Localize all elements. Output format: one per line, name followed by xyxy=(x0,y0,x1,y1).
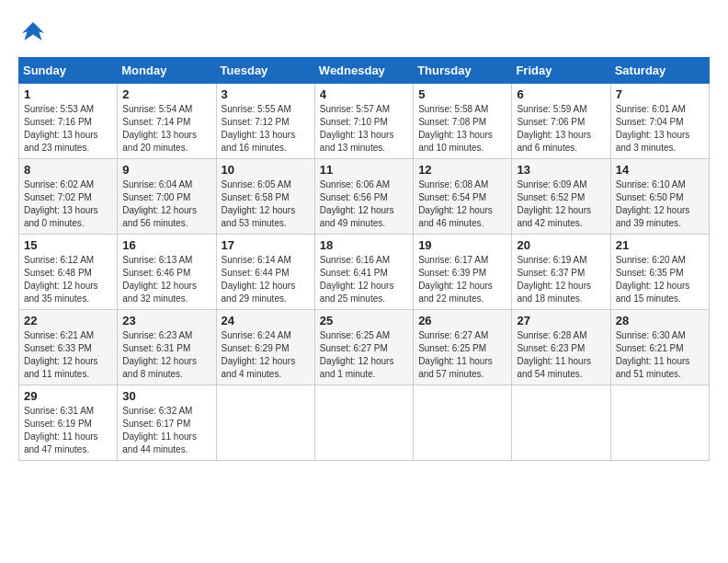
day-info-18: Sunrise: 6:16 AMSunset: 6:41 PMDaylight:… xyxy=(320,255,394,304)
day-info-12: Sunrise: 6:08 AMSunset: 6:54 PMDaylight:… xyxy=(418,179,493,228)
calendar-cell: 24Sunrise: 6:24 AMSunset: 6:29 PMDayligh… xyxy=(216,310,314,385)
calendar-cell: 3Sunrise: 5:55 AMSunset: 7:12 PMDaylight… xyxy=(216,84,314,159)
weekday-header-friday: Friday xyxy=(512,58,610,84)
calendar-cell: 1Sunrise: 5:53 AMSunset: 7:16 PMDaylight… xyxy=(19,84,118,159)
day-info-25: Sunrise: 6:25 AMSunset: 6:27 PMDaylight:… xyxy=(320,330,394,379)
day-info-1: Sunrise: 5:53 AMSunset: 7:16 PMDaylight:… xyxy=(24,104,98,153)
calendar-cell: 16Sunrise: 6:13 AMSunset: 6:46 PMDayligh… xyxy=(118,235,216,310)
calendar-cell: 15Sunrise: 6:12 AMSunset: 6:48 PMDayligh… xyxy=(19,235,118,310)
logo xyxy=(18,18,51,48)
calendar-cell: 25Sunrise: 6:25 AMSunset: 6:27 PMDayligh… xyxy=(314,310,413,385)
day-info-9: Sunrise: 6:04 AMSunset: 7:00 PMDaylight:… xyxy=(122,179,197,228)
day-number-9: 9 xyxy=(122,163,210,177)
calendar-cell: 18Sunrise: 6:16 AMSunset: 6:41 PMDayligh… xyxy=(314,235,413,310)
calendar-cell: 26Sunrise: 6:27 AMSunset: 6:25 PMDayligh… xyxy=(414,310,512,385)
calendar-cell: 12Sunrise: 6:08 AMSunset: 6:54 PMDayligh… xyxy=(414,159,512,235)
day-info-13: Sunrise: 6:09 AMSunset: 6:52 PMDaylight:… xyxy=(517,179,591,228)
calendar-cell: 17Sunrise: 6:14 AMSunset: 6:44 PMDayligh… xyxy=(216,235,314,310)
weekday-header-monday: Monday xyxy=(118,58,216,84)
day-info-20: Sunrise: 6:19 AMSunset: 6:37 PMDaylight:… xyxy=(517,255,591,304)
logo-bird-icon xyxy=(18,18,48,48)
day-number-22: 22 xyxy=(24,314,112,327)
weekday-header-thursday: Thursday xyxy=(414,58,512,84)
day-number-3: 3 xyxy=(222,87,310,101)
calendar-cell: 30Sunrise: 6:32 AMSunset: 6:17 PMDayligh… xyxy=(118,385,216,461)
day-number-12: 12 xyxy=(418,163,506,177)
day-info-3: Sunrise: 5:55 AMSunset: 7:12 PMDaylight:… xyxy=(222,104,296,153)
day-info-15: Sunrise: 6:12 AMSunset: 6:48 PMDaylight:… xyxy=(24,255,98,304)
weekday-header-sunday: Sunday xyxy=(19,58,118,84)
day-info-16: Sunrise: 6:13 AMSunset: 6:46 PMDaylight:… xyxy=(122,255,197,304)
day-number-7: 7 xyxy=(616,87,704,101)
calendar-cell: 29Sunrise: 6:31 AMSunset: 6:19 PMDayligh… xyxy=(19,385,118,461)
calendar-cell xyxy=(512,385,610,461)
day-number-30: 30 xyxy=(122,389,210,403)
day-number-26: 26 xyxy=(418,314,506,327)
day-number-28: 28 xyxy=(616,314,704,327)
calendar-cell: 2Sunrise: 5:54 AMSunset: 7:14 PMDaylight… xyxy=(118,84,216,159)
calendar-cell: 8Sunrise: 6:02 AMSunset: 7:02 PMDaylight… xyxy=(19,159,118,235)
day-number-16: 16 xyxy=(122,238,210,252)
day-number-8: 8 xyxy=(24,163,112,177)
calendar-cell: 23Sunrise: 6:23 AMSunset: 6:31 PMDayligh… xyxy=(118,310,216,385)
day-info-17: Sunrise: 6:14 AMSunset: 6:44 PMDaylight:… xyxy=(222,255,296,304)
day-number-10: 10 xyxy=(222,163,310,177)
calendar-table: SundayMondayTuesdayWednesdayThursdayFrid… xyxy=(18,57,710,461)
svg-marker-0 xyxy=(22,22,44,40)
calendar-cell: 22Sunrise: 6:21 AMSunset: 6:33 PMDayligh… xyxy=(19,310,118,385)
day-number-21: 21 xyxy=(616,238,704,252)
calendar-cell: 6Sunrise: 5:59 AMSunset: 7:06 PMDaylight… xyxy=(512,84,610,159)
day-number-27: 27 xyxy=(517,314,605,327)
calendar-cell: 19Sunrise: 6:17 AMSunset: 6:39 PMDayligh… xyxy=(414,235,512,310)
weekday-header-tuesday: Tuesday xyxy=(216,58,314,84)
calendar-cell: 9Sunrise: 6:04 AMSunset: 7:00 PMDaylight… xyxy=(118,159,216,235)
day-info-30: Sunrise: 6:32 AMSunset: 6:17 PMDaylight:… xyxy=(122,406,197,454)
day-info-2: Sunrise: 5:54 AMSunset: 7:14 PMDaylight:… xyxy=(122,104,197,153)
day-number-6: 6 xyxy=(517,87,605,101)
day-number-1: 1 xyxy=(24,87,112,101)
day-info-29: Sunrise: 6:31 AMSunset: 6:19 PMDaylight:… xyxy=(24,406,98,454)
day-number-29: 29 xyxy=(24,389,112,403)
day-info-8: Sunrise: 6:02 AMSunset: 7:02 PMDaylight:… xyxy=(24,179,98,228)
day-number-14: 14 xyxy=(616,163,704,177)
day-info-27: Sunrise: 6:28 AMSunset: 6:23 PMDaylight:… xyxy=(517,330,591,379)
day-info-14: Sunrise: 6:10 AMSunset: 6:50 PMDaylight:… xyxy=(616,179,690,228)
day-number-23: 23 xyxy=(122,314,210,327)
calendar-cell: 10Sunrise: 6:05 AMSunset: 6:58 PMDayligh… xyxy=(216,159,314,235)
calendar-cell: 20Sunrise: 6:19 AMSunset: 6:37 PMDayligh… xyxy=(512,235,610,310)
calendar-cell: 4Sunrise: 5:57 AMSunset: 7:10 PMDaylight… xyxy=(314,84,413,159)
day-info-28: Sunrise: 6:30 AMSunset: 6:21 PMDaylight:… xyxy=(616,330,690,379)
day-info-6: Sunrise: 5:59 AMSunset: 7:06 PMDaylight:… xyxy=(517,104,591,153)
day-info-5: Sunrise: 5:58 AMSunset: 7:08 PMDaylight:… xyxy=(418,104,493,153)
day-info-26: Sunrise: 6:27 AMSunset: 6:25 PMDaylight:… xyxy=(418,330,493,379)
day-number-4: 4 xyxy=(320,87,408,101)
day-number-17: 17 xyxy=(222,238,310,252)
calendar-cell: 5Sunrise: 5:58 AMSunset: 7:08 PMDaylight… xyxy=(414,84,512,159)
day-number-11: 11 xyxy=(320,163,408,177)
day-info-11: Sunrise: 6:06 AMSunset: 6:56 PMDaylight:… xyxy=(320,179,394,228)
calendar-cell: 14Sunrise: 6:10 AMSunset: 6:50 PMDayligh… xyxy=(610,159,709,235)
day-info-22: Sunrise: 6:21 AMSunset: 6:33 PMDaylight:… xyxy=(24,330,98,379)
day-number-18: 18 xyxy=(320,238,408,252)
calendar-cell xyxy=(414,385,512,461)
day-info-4: Sunrise: 5:57 AMSunset: 7:10 PMDaylight:… xyxy=(320,104,394,153)
day-number-19: 19 xyxy=(418,238,506,252)
day-info-7: Sunrise: 6:01 AMSunset: 7:04 PMDaylight:… xyxy=(616,104,690,153)
calendar-cell: 11Sunrise: 6:06 AMSunset: 6:56 PMDayligh… xyxy=(314,159,413,235)
day-number-5: 5 xyxy=(418,87,506,101)
calendar-cell: 13Sunrise: 6:09 AMSunset: 6:52 PMDayligh… xyxy=(512,159,610,235)
calendar-cell xyxy=(314,385,413,461)
day-number-25: 25 xyxy=(320,314,408,327)
day-info-21: Sunrise: 6:20 AMSunset: 6:35 PMDaylight:… xyxy=(616,255,690,304)
weekday-header-wednesday: Wednesday xyxy=(314,58,413,84)
weekday-header-saturday: Saturday xyxy=(610,58,709,84)
day-number-2: 2 xyxy=(122,87,210,101)
day-number-20: 20 xyxy=(517,238,605,252)
calendar-cell: 21Sunrise: 6:20 AMSunset: 6:35 PMDayligh… xyxy=(610,235,709,310)
calendar-cell: 28Sunrise: 6:30 AMSunset: 6:21 PMDayligh… xyxy=(610,310,709,385)
day-number-15: 15 xyxy=(24,238,112,252)
calendar-cell: 27Sunrise: 6:28 AMSunset: 6:23 PMDayligh… xyxy=(512,310,610,385)
calendar-cell xyxy=(216,385,314,461)
day-number-24: 24 xyxy=(222,314,310,327)
day-info-23: Sunrise: 6:23 AMSunset: 6:31 PMDaylight:… xyxy=(122,330,197,379)
